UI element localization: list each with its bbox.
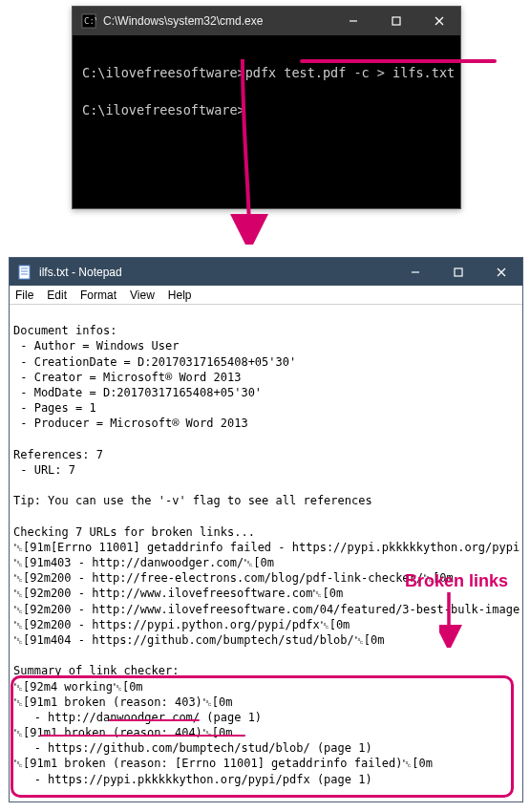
minimize-button[interactable] (331, 7, 374, 35)
notepad-window: ilfs.txt - Notepad File Edit Format View… (9, 257, 523, 802)
log-line: ␛[91m[Errno 11001] getaddrinfo failed - … (13, 541, 519, 554)
log-line: ␛[92m200 - http://free-electrons.com/blo… (13, 571, 454, 585)
menu-file[interactable]: File (15, 288, 33, 302)
minimize-button[interactable] (393, 258, 436, 286)
notepad-title: ilfs.txt - Notepad (39, 266, 393, 279)
maximize-button[interactable] (436, 258, 479, 286)
cmd-window-controls (331, 7, 460, 35)
summary-line: ␛[91m1 broken (reason: 403)␛[0m (13, 695, 233, 709)
docinfos-pages: - Pages = 1 (13, 401, 96, 415)
docinfos-producer: - Producer = Microsoft® Word 2013 (13, 417, 248, 430)
annotation-underline-command (300, 59, 497, 63)
menu-view[interactable]: View (130, 288, 155, 302)
cmd-title: C:\Windows\system32\cmd.exe (103, 14, 331, 28)
summary-line: ␛[91m1 broken (reason: [Errno 11001] get… (13, 757, 433, 770)
annotation-arrow-broken (439, 590, 468, 648)
cmd-icon: C:\ (81, 13, 96, 29)
summary-line: - https://github.com/bumptech/stud/blob/… (13, 741, 372, 755)
annotation-label-broken-links: Broken links (405, 571, 508, 591)
svg-rect-6 (19, 266, 30, 279)
cmd-titlebar: C:\ C:\Windows\system32\cmd.exe (73, 7, 460, 35)
summary-header: Summary of link checker: (13, 664, 179, 677)
docinfos-header: Document infos: (13, 324, 117, 337)
notepad-titlebar: ilfs.txt - Notepad (10, 258, 522, 286)
docinfos-creation: - CreationDate = D:20170317165408+05'30' (13, 355, 296, 369)
docinfos-creator: - Creator = Microsoft® Word 2013 (13, 371, 241, 384)
cmd-prompt-1: C:\ilovefreesoftware> (82, 65, 245, 80)
annotation-underline-url (40, 735, 245, 737)
annotation-underline-reason (109, 719, 200, 721)
log-line: ␛[91m403 - http://danwoodger.com/␛[0m (13, 556, 274, 569)
close-button[interactable] (479, 258, 522, 286)
notepad-menubar: File Edit Format View Help (10, 286, 522, 305)
summary-line: - http://danwoodger.com/ (page 1) (13, 711, 262, 724)
menu-format[interactable]: Format (80, 288, 117, 302)
tip-line: Tip: You can use the '-v' flag to see al… (13, 494, 372, 507)
notepad-icon (17, 265, 32, 280)
refs-url: - URL: 7 (13, 463, 75, 477)
maximize-button[interactable] (374, 7, 417, 35)
checking-line: Checking 7 URLs for broken links... (13, 525, 255, 539)
summary-line: ␛[91m1 broken (reason: 404)␛[0m (13, 726, 233, 739)
docinfos-moddate: - ModDate = D:20170317165408+05'30' (13, 386, 262, 399)
refs-header: References: 7 (13, 448, 103, 461)
annotation-arrow-down (228, 57, 282, 245)
menu-help[interactable]: Help (168, 288, 192, 302)
menu-edit[interactable]: Edit (47, 288, 67, 302)
summary-line: ␛[92m4 working␛[0m (13, 680, 143, 694)
svg-rect-11 (455, 268, 462, 276)
notepad-window-controls (393, 258, 522, 286)
log-line: ␛[92m200 - https://pypi.python.org/pypi/… (13, 618, 350, 631)
notepad-text-area[interactable]: Document infos: - Author = Windows User … (10, 305, 522, 801)
svg-text:C:\: C:\ (84, 16, 96, 26)
docinfos-author: - Author = Windows User (13, 339, 179, 353)
close-button[interactable] (417, 7, 460, 35)
log-line: ␛[91m404 - https://github.com/bumptech/s… (13, 633, 384, 647)
summary-line: - https://pypi.pkkkkkython.org/pypi/pdfx… (13, 773, 372, 786)
svg-rect-3 (392, 17, 400, 25)
cmd-prompt-2: C:\ilovefreesoftware> (82, 102, 245, 118)
log-line: ␛[92m200 - http://www.ilovefreesoftware.… (13, 587, 343, 600)
